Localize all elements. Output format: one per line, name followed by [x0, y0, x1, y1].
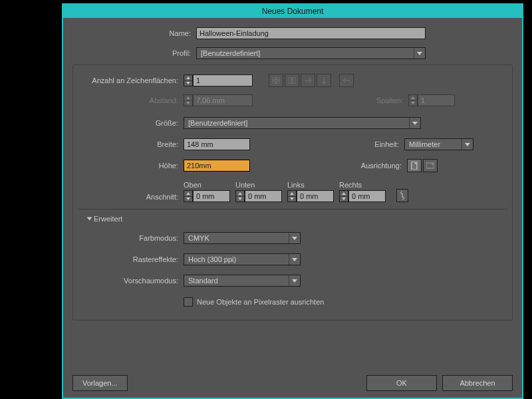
artboards-input[interactable] — [193, 74, 253, 86]
vorschaumodus-select-value: Standard — [184, 277, 289, 285]
pixelraster-label: Neue Objekte an Pixelraster ausrichten — [197, 298, 324, 306]
vorlagen-button[interactable]: Vorlagen... — [72, 375, 128, 391]
profil-select[interactable]: [Benutzerdefiniert] — [196, 47, 426, 59]
rastereffekte-select-value: Hoch (300 ppi) — [184, 255, 289, 263]
orientation-portrait-icon[interactable] — [407, 159, 422, 172]
bleed-right-spinner[interactable] — [339, 190, 348, 202]
chevron-down-icon — [289, 254, 300, 265]
farbmodus-select[interactable]: CMYK — [184, 232, 301, 244]
svg-rect-2 — [272, 81, 275, 84]
bleed-top-input[interactable] — [193, 190, 230, 202]
orientation-landscape-icon[interactable] — [423, 159, 438, 172]
ausrichtung-label: Ausrichtung: — [350, 162, 407, 170]
bleed-top-spinner[interactable] — [184, 190, 193, 202]
disclosure-triangle-icon[interactable] — [87, 217, 92, 221]
chevron-down-icon — [462, 139, 473, 150]
chevron-down-icon — [414, 48, 425, 59]
groesse-select[interactable]: [Benutzerdefiniert] — [184, 117, 421, 129]
bleed-bottom-input[interactable] — [245, 190, 282, 202]
groesse-select-value: [Benutzerdefiniert] — [184, 119, 409, 127]
breite-input[interactable] — [184, 138, 250, 150]
spalten-label: Spalten: — [351, 96, 408, 104]
abstand-input — [193, 94, 253, 106]
bleed-right-label: Rechts — [339, 181, 386, 190]
chevron-down-icon — [289, 275, 300, 286]
dialog-title: Neues Dokument — [63, 5, 522, 18]
svg-rect-0 — [272, 77, 275, 80]
advanced-panel: Erweitert Farbmodus: CMYK Rastereffekte:… — [77, 209, 508, 311]
rastereffekte-label: Rastereffekte: — [77, 255, 184, 263]
chevron-down-icon — [409, 118, 420, 128]
abbrechen-button[interactable]: Abbrechen — [442, 375, 513, 391]
bleed-bottom-label: Unten — [235, 181, 282, 190]
abstand-spinner — [184, 94, 193, 106]
einheit-label: Einheit: — [347, 140, 404, 148]
svg-rect-4 — [288, 77, 291, 84]
artboards-spinner[interactable] — [184, 74, 193, 86]
artboard-grid-col-icon — [285, 74, 299, 87]
artboards-label: Anzahl an Zeichenflächen: — [77, 76, 184, 84]
svg-rect-1 — [277, 77, 280, 80]
spalten-input — [418, 94, 455, 106]
artboard-row-ltr-icon — [301, 74, 315, 87]
artboard-row-rtl-icon — [339, 74, 354, 87]
groesse-label: Größe: — [77, 119, 184, 127]
breite-label: Breite: — [77, 140, 184, 148]
new-document-dialog: Neues Dokument Name: Profil: [Benutzerde… — [62, 3, 523, 399]
bleed-top-label: Oben — [184, 181, 230, 190]
profil-select-value: [Benutzerdefiniert] — [197, 49, 414, 57]
hoehe-label: Höhe: — [77, 162, 184, 170]
hoehe-input[interactable] — [184, 160, 250, 172]
einheit-select[interactable]: Millimeter — [404, 138, 473, 150]
bleed-left-spinner[interactable] — [287, 190, 297, 202]
pixelraster-checkbox[interactable] — [184, 297, 193, 307]
link-bleed-icon[interactable] — [396, 189, 408, 202]
vorschaumodus-label: Vorschaumodus: — [77, 277, 184, 285]
rastereffekte-select[interactable]: Hoch (300 ppi) — [184, 253, 301, 265]
profil-label: Profil: — [72, 49, 196, 57]
abstand-label: Abstand: — [77, 96, 184, 104]
bleed-left-label: Links — [287, 181, 334, 190]
chevron-down-icon — [289, 233, 300, 243]
artboard-grid-row-icon — [269, 74, 283, 87]
spalten-spinner — [408, 94, 418, 106]
settings-panel: Anzahl an Zeichenflächen: Abstand: Spalt… — [72, 65, 513, 321]
farbmodus-select-value: CMYK — [184, 234, 289, 242]
einheit-select-value: Millimeter — [405, 140, 462, 148]
name-input[interactable] — [196, 27, 426, 39]
svg-rect-6 — [412, 162, 417, 170]
artboard-col-down-icon — [317, 74, 331, 87]
name-label: Name: — [72, 29, 196, 37]
farbmodus-label: Farbmodus: — [77, 234, 184, 242]
svg-rect-7 — [426, 163, 434, 168]
erweitert-label: Erweitert — [94, 215, 122, 223]
svg-rect-3 — [277, 81, 280, 84]
ok-button[interactable]: OK — [366, 375, 437, 391]
vorschaumodus-select[interactable]: Standard — [184, 275, 301, 287]
bleed-left-input[interactable] — [297, 190, 334, 202]
svg-rect-5 — [293, 77, 296, 84]
anschnitt-label: Anschnitt: — [77, 193, 184, 202]
bleed-right-input[interactable] — [348, 190, 386, 202]
bleed-bottom-spinner[interactable] — [235, 190, 245, 202]
